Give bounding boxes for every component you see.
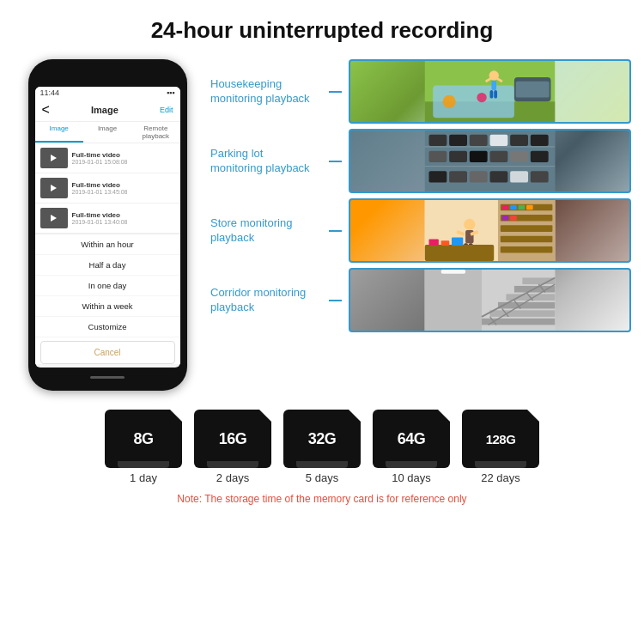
- sdcard-size-16g: 16G: [219, 430, 247, 448]
- svg-rect-9: [490, 90, 494, 98]
- monitor-row-housekeeping: Housekeepingmonitoring playback: [210, 59, 631, 124]
- phone-status-bar: 11:44 ▪▪▪: [35, 87, 180, 99]
- monitor-row-corridor: Corridor monitoringplayback: [210, 268, 631, 332]
- item-date-3: 2019-01-01 13:40:08: [72, 219, 175, 225]
- sdcard-row: 8G 1 day 16G 2 days 32G 5 days: [105, 410, 539, 484]
- sdcard-item-32g: 32G 5 days: [283, 410, 361, 484]
- svg-point-3: [443, 95, 456, 108]
- monitor-label-store: Store monitoringplayback: [210, 216, 322, 246]
- monitor-row-store: Store monitoringplayback: [210, 198, 631, 263]
- svg-rect-41: [501, 236, 553, 243]
- monitor-photo-parking: [349, 129, 631, 193]
- monitor-label-corridor: Corridor monitoringplayback: [210, 286, 322, 315]
- item-info-1: Full-time video 2019-01-01 15:08:08: [72, 151, 175, 165]
- phone-home-indicator: [90, 376, 125, 379]
- svg-rect-43: [502, 205, 509, 210]
- page-title: 24-hour uninterrupted recording: [13, 17, 631, 44]
- phone-dropdown: Within an hour Half a day In one day Wit…: [35, 234, 180, 364]
- right-section: Housekeepingmonitoring playback: [210, 59, 631, 332]
- video-thumb-1: [40, 148, 68, 168]
- dropdown-item-halfday[interactable]: Half a day: [35, 255, 180, 276]
- phone-nav-bar: < Image Edit: [35, 99, 180, 122]
- phone-nav-title: Image: [91, 105, 118, 115]
- housekeeping-svg: [350, 61, 629, 122]
- svg-rect-58: [452, 238, 463, 246]
- sdcard-notch-4: [438, 410, 450, 422]
- item-title-2: Full-time video: [72, 181, 175, 189]
- video-thumb-2: [40, 178, 68, 198]
- sdcard-item-128g: 128G 22 days: [462, 410, 539, 484]
- storage-note: Note: The storage time of the memory car…: [177, 493, 466, 505]
- dropdown-cancel-button[interactable]: Cancel: [40, 341, 175, 364]
- sdcard-8g: 8G: [105, 410, 182, 468]
- item-date-1: 2019-01-01 15:08:08: [72, 159, 175, 165]
- sdcard-days-8g: 1 day: [130, 471, 157, 484]
- sdcard-section: 8G 1 day 16G 2 days 32G 5 days: [13, 410, 631, 505]
- store-svg: [350, 200, 629, 261]
- phone-tab-image[interactable]: Image: [35, 122, 83, 143]
- dropdown-item-hour[interactable]: Within an hour: [35, 234, 180, 255]
- sdcard-item-16g: 16G 2 days: [194, 410, 271, 484]
- sdcard-size-32g: 32G: [308, 430, 337, 448]
- svg-rect-18: [490, 135, 508, 146]
- play-icon-3: [51, 215, 57, 222]
- phone-notch: [77, 68, 137, 83]
- sdcard-item-64g: 64G 10 days: [373, 410, 450, 484]
- svg-rect-15: [429, 135, 447, 146]
- phone-tab-image2[interactable]: Image: [83, 122, 131, 143]
- phone-screen: 11:44 ▪▪▪ < Image Edit Image Image Remot…: [35, 87, 180, 368]
- phone-tab-remote[interactable]: Remote playback: [131, 122, 179, 143]
- svg-point-49: [464, 219, 475, 230]
- sdcard-size-8g: 8G: [133, 430, 153, 448]
- list-item[interactable]: Full-time video 2019-01-01 13:40:08: [35, 204, 180, 234]
- monitor-photo-corridor: [349, 268, 631, 332]
- phone-mockup: 11:44 ▪▪▪ < Image Edit Image Image Remot…: [28, 59, 187, 391]
- svg-rect-23: [470, 151, 488, 162]
- sdcard-days-128g: 22 days: [481, 471, 520, 484]
- svg-rect-40: [501, 225, 553, 232]
- video-thumb-3: [40, 208, 68, 228]
- dropdown-item-week[interactable]: Within a week: [35, 296, 180, 317]
- sdcard-notch-1: [170, 410, 182, 422]
- list-item[interactable]: Full-time video 2019-01-01 15:08:08: [35, 143, 180, 173]
- svg-rect-29: [470, 171, 488, 182]
- monitor-label-housekeeping: Housekeepingmonitoring playback: [210, 77, 322, 106]
- phone-icons: ▪▪▪: [167, 88, 175, 97]
- monitor-row-parking: Parking lotmonitoring playback: [210, 129, 631, 193]
- svg-rect-46: [526, 205, 533, 210]
- phone-nav-back[interactable]: <: [42, 102, 50, 118]
- svg-rect-21: [429, 151, 447, 162]
- item-date-2: 2019-01-01 13:45:08: [72, 189, 175, 195]
- svg-rect-42: [501, 246, 553, 253]
- monitoring-label-text-4: Corridor monitoringplayback: [210, 286, 322, 315]
- monitoring-label-text-2: Parking lotmonitoring playback: [210, 147, 322, 176]
- sdcard-days-64g: 10 days: [392, 471, 431, 484]
- phone-nav-edit[interactable]: Edit: [160, 106, 173, 114]
- sdcard-64g: 64G: [373, 410, 450, 468]
- item-title-3: Full-time video: [72, 211, 175, 219]
- svg-rect-61: [425, 270, 482, 331]
- list-item[interactable]: Full-time video 2019-01-01 13:45:08: [35, 173, 180, 204]
- sdcard-notch-3: [349, 410, 361, 422]
- connector-4: [329, 300, 342, 301]
- svg-rect-20: [531, 135, 549, 146]
- play-icon-2: [51, 185, 57, 191]
- sdcard-size-128g: 128G: [486, 432, 516, 447]
- sdcard-16g: 16G: [194, 410, 271, 468]
- sdcard-days-16g: 2 days: [216, 471, 249, 484]
- svg-rect-47: [502, 216, 509, 221]
- middle-section: 11:44 ▪▪▪ < Image Edit Image Image Remot…: [13, 59, 631, 391]
- monitor-photo-housekeeping: [349, 59, 631, 124]
- dropdown-item-oneday[interactable]: In one day: [35, 276, 180, 296]
- dropdown-item-customize[interactable]: Customize: [35, 317, 180, 337]
- monitor-photo-store: [349, 198, 631, 263]
- connector-1: [329, 91, 342, 93]
- phone-list: Full-time video 2019-01-01 15:08:08 Full…: [35, 143, 180, 234]
- parking-svg: [350, 131, 629, 191]
- corridor-svg: [350, 270, 629, 331]
- sdcard-days-32g: 5 days: [306, 471, 338, 484]
- monitoring-label-text-3: Store monitoringplayback: [210, 216, 322, 246]
- svg-rect-19: [510, 135, 528, 146]
- sdcard-size-64g: 64G: [398, 430, 426, 448]
- svg-rect-28: [449, 171, 467, 182]
